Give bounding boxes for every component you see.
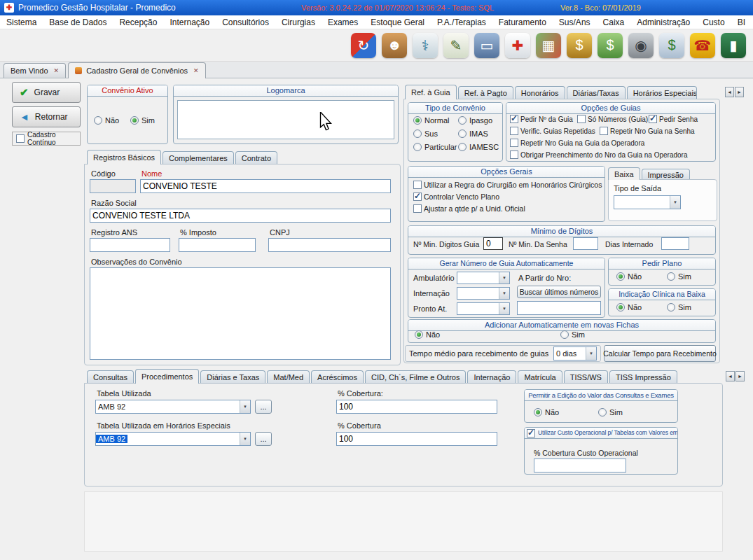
menu-recepcao[interactable]: Recepção <box>113 15 163 29</box>
min-digitos-guia-input[interactable] <box>483 237 503 250</box>
radio-convenio-sim[interactable]: Sim <box>130 116 155 125</box>
safe-icon[interactable]: ◉ <box>628 33 654 58</box>
radio-normal[interactable]: Normal <box>413 116 449 125</box>
tab-acrescimos[interactable]: Acréscimos <box>311 370 364 384</box>
checkbox-pedir-numero-guia[interactable]: Pedir Nº da Guia <box>510 115 573 123</box>
custo-operacional-checkbox[interactable] <box>527 429 535 438</box>
billing-icon[interactable]: $ <box>567 33 592 58</box>
gravar-button[interactable]: ✔ Gravar <box>12 82 81 103</box>
patients-icon[interactable]: ☻ <box>382 33 407 58</box>
radio-pedir-plano-sim[interactable]: Sim <box>667 272 691 281</box>
checkbox-repetir-nro-guia-operadora[interactable]: Repetir Nro Guia na Guia da Operadora <box>510 139 644 147</box>
radio-convenio-nao[interactable]: Não <box>94 116 119 125</box>
tab-ref-a-guia[interactable]: Ref. à Guia <box>405 85 457 99</box>
menu-consultorios[interactable]: Consultórios <box>216 15 275 29</box>
chevron-down-icon[interactable] <box>240 433 250 445</box>
bed-icon[interactable]: ▭ <box>474 33 499 58</box>
menu-internacao[interactable]: Internação <box>163 15 216 29</box>
razao-social-input[interactable] <box>90 209 391 223</box>
tab-horarios-especiais[interactable]: Horários Especiais <box>627 86 697 99</box>
finance-icon[interactable]: $ <box>597 33 623 58</box>
menu-cirurgias[interactable]: Cirurgias <box>275 15 322 29</box>
buscar-ultimos-numeros-button[interactable]: Buscar últimos números <box>517 286 601 298</box>
tab-complementares[interactable]: Complementares <box>163 151 234 164</box>
menu-caixa[interactable]: Caixa <box>597 15 631 29</box>
chevron-down-icon[interactable] <box>240 400 250 413</box>
cobertura-input[interactable] <box>336 400 497 414</box>
radio-sus[interactable]: Sus <box>413 130 438 138</box>
tabela-utilizada-combo[interactable]: AMB 92 <box>95 400 251 414</box>
radio-imas[interactable]: IMAS <box>458 130 488 138</box>
codigo-input[interactable] <box>90 179 136 193</box>
chevron-down-icon[interactable] <box>499 303 509 314</box>
menu-bi[interactable]: BI <box>731 15 752 29</box>
prescription-icon[interactable]: ✎ <box>443 33 469 58</box>
menu-faturamento[interactable]: Faturamento <box>492 15 553 29</box>
menu-sus-ans[interactable]: Sus/Ans <box>553 15 597 29</box>
tab-diarias-taxas[interactable]: Diárias/Taxas <box>567 86 626 99</box>
map-icon[interactable]: ▦ <box>536 33 561 58</box>
chevron-down-icon[interactable] <box>586 347 596 360</box>
nome-input[interactable] <box>140 179 391 193</box>
menu-base-de-dados[interactable]: Base de Dados <box>43 15 113 29</box>
tempo-medio-combo[interactable]: 0 dias <box>553 346 597 360</box>
menu-pa-terapias[interactable]: P.A./Terapias <box>431 15 492 29</box>
radio-adicionar-nao[interactable]: Não <box>415 330 440 339</box>
menu-sistema[interactable]: Sistema <box>0 15 43 29</box>
tab-ref-a-pagto[interactable]: Ref. à Pagto <box>458 86 513 99</box>
cobertura-esp-input[interactable] <box>336 432 497 446</box>
dias-internado-input[interactable] <box>661 237 689 250</box>
tipo-saida-combo[interactable] <box>614 195 681 209</box>
pronto-at-combo[interactable] <box>457 302 510 315</box>
radio-permitir-nao[interactable]: Não <box>534 408 559 416</box>
a-partir-nro-input[interactable] <box>517 301 601 315</box>
menu-exames[interactable]: Exames <box>322 15 364 29</box>
radio-indicacao-nao[interactable]: Não <box>616 303 642 312</box>
checkbox-so-numeros[interactable]: Só Números (Guia) <box>577 115 648 123</box>
chevron-down-icon[interactable] <box>499 288 509 299</box>
checkbox-verific-guias-repetidas[interactable]: Verific. Guias Repetidas <box>510 127 595 135</box>
tab-bem-vindo[interactable]: Bem Vindo ✕ <box>4 63 66 78</box>
radio-pedir-plano-nao[interactable]: Não <box>616 272 642 281</box>
registro-ans-input[interactable] <box>90 238 170 252</box>
menu-administracao[interactable]: Administração <box>630 15 696 29</box>
phone-icon[interactable]: ☎ <box>690 33 715 58</box>
tab-tiss-impressao[interactable]: TISS Impressão <box>609 370 677 384</box>
tab-matricula[interactable]: Matrícula <box>518 370 562 384</box>
radio-indicacao-sim[interactable]: Sim <box>667 303 691 312</box>
checkbox-obrigar-preenchimento[interactable]: Obrigar Preenchimento do Nro da Guia na … <box>510 150 687 159</box>
tab-contrato[interactable]: Contrato <box>235 151 277 164</box>
bottom-tab-scroll-left-icon[interactable]: ◄ <box>726 371 735 382</box>
checkbox-regra-cirurgiao[interactable]: Utilizar a Regra do Cirurgião em Honorár… <box>413 181 602 189</box>
tab-registros-basicos[interactable]: Registros Básicos <box>87 150 161 164</box>
close-icon[interactable]: ✕ <box>193 67 199 74</box>
chevron-down-icon[interactable] <box>499 272 509 284</box>
ambulatorio-combo[interactable] <box>457 272 510 284</box>
cost-icon[interactable]: $ <box>659 33 684 58</box>
tab-consultas[interactable]: Consultas <box>87 370 134 384</box>
tab-honorarios[interactable]: Honorários <box>515 86 565 99</box>
ambulance-icon[interactable]: ✚ <box>505 33 530 58</box>
tabela-esp-browse-button[interactable]: ... <box>255 432 272 446</box>
radio-adicionar-sim[interactable]: Sim <box>560 330 585 339</box>
checkbox-repetir-nro-senha[interactable]: Repetir Nro Guia na Senha <box>600 127 695 135</box>
calcular-tempo-button[interactable]: Calcular Tempo para Recebimento <box>604 345 716 362</box>
cadastro-continuo-checkbox[interactable]: Cadastro Contínuo <box>12 132 81 146</box>
retornar-button[interactable]: ◄ Retornar <box>12 106 81 127</box>
radio-particular[interactable]: Particular <box>413 143 457 151</box>
checkbox-ajustar-qtde[interactable]: Ajustar a qtde p/ a Unid. Oficial <box>413 204 525 213</box>
tab-impressao[interactable]: Impressão <box>642 169 690 180</box>
tab-diarias-e-taxas[interactable]: Diárias e Taxas <box>200 370 265 384</box>
tab-internacao-inferior[interactable]: Internação <box>467 370 516 384</box>
menu-estoque-geral[interactable]: Estoque Geral <box>364 15 431 29</box>
doctor-icon[interactable]: ⚕ <box>413 33 438 58</box>
tab-baixa[interactable]: Baixa <box>608 167 640 180</box>
internacao-combo[interactable] <box>457 287 510 300</box>
tab-scroll-right-icon[interactable]: ► <box>735 87 744 97</box>
min-senha-input[interactable] <box>573 237 598 250</box>
chevron-down-icon[interactable] <box>670 196 680 209</box>
close-icon[interactable]: ✕ <box>54 67 60 74</box>
cnpj-input[interactable] <box>268 238 391 252</box>
tabela-browse-button[interactable]: ... <box>255 400 272 414</box>
book-icon[interactable]: ▮ <box>721 33 746 58</box>
